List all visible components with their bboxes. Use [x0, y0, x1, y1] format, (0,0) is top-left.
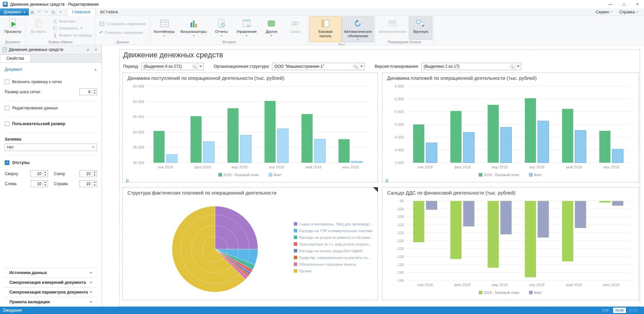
tab-vstavka[interactable]: ВСТАВКА: [96, 8, 123, 15]
svg-text:3 500: 3 500: [394, 161, 404, 165]
containers-button[interactable]: Контейнеры ▾: [151, 16, 177, 40]
cut-button[interactable]: Вырезать: [51, 18, 94, 24]
document-icon: [3, 47, 7, 52]
margin-bottom-label: Снизу: [54, 171, 65, 176]
management-button[interactable]: Управление ▾: [233, 16, 259, 40]
chevron-down-icon: ▾: [193, 34, 194, 37]
save-changes-button[interactable]: Сохранить изменения: [97, 20, 149, 28]
redo-icon[interactable]: ↷: [43, 8, 50, 15]
search-icon[interactable]: [510, 65, 513, 68]
margin-left-value: 10: [31, 180, 43, 187]
chain-link-icon: [290, 18, 301, 29]
section-document-header[interactable]: Документ: [5, 64, 97, 75]
chevron-down-icon[interactable]: [198, 63, 203, 70]
search-icon[interactable]: [193, 65, 196, 68]
report-page-icon: [216, 18, 227, 29]
plan-version-filter-combo[interactable]: (Выделено 2 из 17): [421, 63, 521, 70]
bar-chart: 40 00045 00050 00055 00060 00065 000янв …: [126, 82, 374, 179]
org-structure-filter-combo[interactable]: ООО "Машиностроение-1": [272, 63, 365, 70]
chevron-down-icon[interactable]: [515, 63, 521, 70]
accordion-validation-rules[interactable]: Правила валидации: [5, 297, 97, 307]
selection-handle[interactable]: [386, 179, 388, 182]
chevron-down-icon[interactable]: [359, 63, 364, 70]
auto-refresh-button[interactable]: Автоматическое обновление ▾: [342, 16, 374, 42]
svg-text:Расходы на оплату труда (без Н: Расходы на оплату труда (без НДФЛ): [299, 249, 363, 253]
auto-layout-button[interactable]: Автоматическое: [376, 16, 409, 40]
data-editing-label: Редактирование данных: [12, 106, 58, 110]
document-menu-button[interactable]: Документ ▾: [0, 8, 29, 15]
ribbon-group-data: Сохранить изменения ↶ Отменить изменения…: [96, 16, 150, 45]
auto-layout-icon: [387, 18, 398, 29]
copy-button[interactable]: Копировать ▾: [51, 25, 94, 31]
tab-properties[interactable]: Свойства: [0, 54, 31, 62]
paste-button[interactable]: Вставить: [27, 16, 50, 40]
chart-payments-dynamics[interactable]: Динамика платежей по операционной деятел…: [382, 72, 639, 182]
collapse-panel-icon[interactable]: «: [85, 47, 91, 52]
svg-text:Расходы на услуги по ремонту и: Расходы на услуги по ремонту и обслужи..…: [299, 235, 373, 240]
service-menu[interactable]: Сервис▾: [596, 10, 612, 14]
margin-bottom-stepper[interactable]: 10: [79, 170, 97, 177]
minimize-button[interactable]: —: [604, 0, 617, 8]
help-menu-label: Справка: [619, 10, 635, 14]
side-panel-toggle-button[interactable]: Боковая панель: [309, 16, 341, 42]
accordion-parameter-sync[interactable]: Синхронизация параметров документа: [5, 287, 97, 297]
tab-glavnaya[interactable]: ГЛАВНАЯ: [67, 8, 96, 16]
search-icon[interactable]: [354, 65, 357, 68]
margins-checkbox[interactable]: ✓: [5, 160, 9, 165]
chevron-down-icon: ▾: [637, 10, 638, 13]
chevron-down-icon: ▾: [164, 34, 165, 37]
fill-value: Нет: [7, 145, 14, 150]
visualizers-button[interactable]: Визуализаторы ▾: [178, 16, 209, 40]
chart-payments-structure[interactable]: Структура фактических платежей по операц…: [122, 187, 378, 300]
link-button[interactable]: Связь: [283, 16, 307, 40]
svg-text:май 2018: май 2018: [566, 165, 582, 169]
preview-button[interactable]: Просмотр: [1, 16, 24, 40]
chart-cash-balance[interactable]: Сальдо ДДС по финансовой деятельности (т…: [382, 187, 639, 300]
other-block-icon: [266, 18, 277, 29]
undo-changes-icon: ↶: [99, 30, 103, 35]
chevron-down-icon: [90, 272, 92, 274]
custom-size-checkbox[interactable]: [5, 121, 9, 126]
undo-icon[interactable]: ↶: [36, 8, 43, 15]
grid-step-value: 8: [80, 89, 92, 95]
manual-layout-button[interactable]: Вручную: [409, 16, 432, 40]
other-button[interactable]: Другое ▾: [260, 16, 283, 40]
format-painter-label: Формат по образцу: [59, 33, 92, 37]
bar-chart: -145-140-135-130-125-120-115-110-105-100…: [386, 197, 635, 297]
preview-play-icon: [7, 18, 18, 29]
svg-text:фев 2018: фев 2018: [194, 165, 211, 169]
quick-access-dropdown-icon[interactable]: ▾: [57, 8, 64, 15]
ribbon: Просмотр Документ Вставить Вырезать: [0, 16, 644, 45]
close-button[interactable]: ×: [631, 0, 644, 8]
maximize-button[interactable]: □: [617, 0, 631, 8]
undo-changes-button[interactable]: ↶ Отменить изменения: [97, 29, 149, 37]
auto-layout-label: Автоматическое: [379, 30, 407, 34]
svg-text:Сырье и материалы, ТМЦ для про: Сырье и материалы, ТМЦ для производс...: [299, 222, 373, 226]
save-quick-icon[interactable]: ▣: [29, 8, 36, 15]
format-painter-button[interactable]: Формат по образцу: [51, 32, 94, 38]
margin-top-stepper[interactable]: 10: [31, 170, 48, 177]
margin-left-label: Слева: [5, 181, 16, 186]
margin-left-stepper[interactable]: 10: [31, 180, 48, 187]
margin-right-stepper[interactable]: 10: [79, 180, 97, 187]
fill-select[interactable]: Нет: [5, 144, 97, 151]
help-menu[interactable]: Справка▾: [619, 10, 638, 14]
selection-handle[interactable]: [126, 179, 128, 182]
snap-to-grid-checkbox[interactable]: [5, 80, 9, 84]
svg-text:янв 2018: янв 2018: [418, 165, 433, 169]
chevron-down-icon: ▾: [221, 34, 222, 37]
chevron-down-icon: ▾: [23, 10, 25, 14]
reports-button[interactable]: Отчеты ▾: [210, 16, 233, 40]
accordion-data-sources[interactable]: Источники данных: [5, 268, 97, 277]
clipboard-icon: [33, 18, 44, 29]
data-editing-section: Редактирование данных: [5, 101, 97, 117]
data-editing-checkbox[interactable]: [5, 106, 9, 110]
refresh-icon: [353, 18, 363, 29]
period-filter-combo[interactable]: (Выделено 6 из 272): [141, 63, 204, 70]
print-icon[interactable]: ▤: [50, 8, 57, 15]
grid-step-stepper[interactable]: 8: [79, 88, 97, 95]
close-panel-icon[interactable]: ×: [93, 47, 99, 52]
document-block[interactable]: Движение денежных средств Период: (Выдел…: [119, 49, 640, 306]
chart-receipts-dynamics[interactable]: Динамика поступлений по операционной дея…: [122, 72, 378, 182]
accordion-dimension-sync[interactable]: Синхронизация измерений документа: [5, 277, 97, 287]
